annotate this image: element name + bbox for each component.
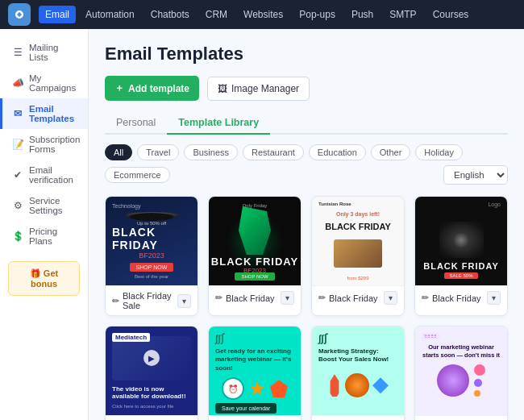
filter-other[interactable]: Other [371,144,411,160]
template-menu-button-1[interactable]: ▾ [177,294,191,308]
filter-ecommerce[interactable]: Ecommerce [105,167,170,183]
main-layout: ☰ Mailing Lists 📣 My Campaigns ✉ Email T… [0,29,524,420]
template-footer-8: ✏ Webinar start ▾ [415,415,507,420]
clock-icon: ⏰ [222,377,244,400]
template-thumb-5: Mediatech ▶ The video is now available f… [106,326,198,415]
template-menu-button-3[interactable]: ▾ [384,291,397,305]
camera-image [439,222,484,258]
template-grid-row1: Technology Up to 50% off BLACK FRIDAY BF… [105,196,508,316]
template-name-3: ✏ Black Friday [318,293,378,303]
sidebar-item-email-verification[interactable]: ✔ Email verification [0,160,88,190]
sidebar-item-my-campaigns[interactable]: 📣 My Campaigns [0,68,88,98]
template-footer-1: ✏ Black Friday Sale ▾ [106,285,198,315]
page-title: Email Templates [105,44,508,64]
template-footer-6: ✏ Webinar start 02 ▾ [209,415,301,420]
sidebar-item-email-templates[interactable]: ✉ Email Templates [0,98,88,129]
template-name-4: ✏ Black Friday [422,293,481,303]
template-footer-3: ✏ Black Friday ▾ [312,285,404,310]
headphones-image [126,212,178,218]
webinar-illustration: ⏰ [215,377,294,400]
filter-holiday[interactable]: Holiday [415,144,463,160]
tab-template-library[interactable]: Template Library [167,112,270,135]
template-card-6: ∫∫ʃ Get ready for an exciting marketing … [208,326,302,420]
filter-travel[interactable]: Travel [137,144,179,160]
play-icon: ▶ [143,350,160,366]
template-name-2: ✏ Black Friday [215,293,275,303]
template-thumb-3: Tunisian Rose Only 3 days left! BLACK FR… [312,197,404,285]
nav-email[interactable]: Email [39,6,76,23]
sidebar-item-service-settings[interactable]: ⚙ Service Settings [0,190,88,221]
nav-push[interactable]: Push [345,6,380,23]
template-thumb-8: ⠿⠿⠿⠿ Our marketing webinar starts soon —… [415,326,507,415]
filter-all[interactable]: All [105,144,132,160]
star-icon [249,380,265,397]
filter-education[interactable]: Education [309,144,366,160]
template-thumb-4: Logo BLACK FRIDAY SALE 50% [415,197,507,285]
sidebar-item-mailing-lists[interactable]: ☰ Mailing Lists [0,37,88,68]
nav-popups[interactable]: Pop-ups [293,6,342,23]
template-thumb-7: ∫∫ʃ Marketing Strategy: Boost Your Sales… [312,326,404,415]
main-content: Email Templates ＋ Add template 🖼 Image M… [89,29,524,420]
add-template-button[interactable]: ＋ Add template [105,76,199,101]
image-icon: 🖼 [218,83,227,94]
person-image [437,364,469,397]
nav-websites[interactable]: Websites [237,6,289,23]
template-thumb-2: Only Friday BLACK FRIDAY BF2023 SHOP NOW [209,197,301,285]
verification-icon: ✔ [12,169,23,181]
template-card-5: Mediatech ▶ The video is now available f… [105,326,198,420]
app-logo [8,3,31,26]
filter-row: All Travel Business Restaurant Education… [105,144,508,185]
get-bonus-button[interactable]: 🎁 Get bonus [8,261,80,296]
template-card-8: ⠿⠿⠿⠿ Our marketing webinar starts soon —… [414,326,508,420]
template-grid-row2: Mediatech ▶ The video is now available f… [105,326,508,420]
plus-icon: ＋ [114,81,124,95]
tab-personal[interactable]: Personal [105,112,167,135]
toolbar: ＋ Add template 🖼 Image Manager [105,76,508,101]
sidebar-item-pricing-plans[interactable]: 💲 Pricing Plans [0,221,88,252]
nav-crm[interactable]: CRM [199,6,234,23]
rocket-icon [327,374,342,397]
nav-smtp[interactable]: SMTP [383,6,422,23]
template-card-2: Only Friday BLACK FRIDAY BF2023 SHOP NOW… [208,196,302,316]
top-navigation: Email Automation Chatbots CRM Websites P… [0,0,524,29]
marketing-illustration [318,368,397,404]
tabs: Personal Template Library [105,112,508,135]
template-card-7: ∫∫ʃ Marketing Strategy: Boost Your Sales… [311,326,405,420]
template-footer-7: ✏ Webinar regist... ▾ [312,415,404,420]
nav-courses[interactable]: Courses [426,6,476,23]
settings-icon: ⚙ [12,200,23,211]
template-footer-2: ✏ Black Friday ▾ [209,285,301,310]
template-name-1: ✏ Black Friday Sale [112,291,177,310]
nav-automation[interactable]: Automation [79,6,141,23]
filter-business[interactable]: Business [184,144,238,160]
template-thumb-6: ∫∫ʃ Get ready for an exciting marketing … [209,326,301,415]
template-menu-button-2[interactable]: ▾ [281,291,294,305]
template-footer-5: ✏ Download video ▾ [106,415,198,420]
furniture-image [334,239,382,268]
template-card-3: Tunisian Rose Only 3 days left! BLACK FR… [311,196,405,316]
template-card-4: Logo BLACK FRIDAY SALE 50% ✏ Black Frida… [414,196,508,316]
template-footer-4: ✏ Black Friday ▾ [415,285,507,310]
pricing-icon: 💲 [12,231,23,242]
image-manager-button[interactable]: 🖼 Image Manager [207,77,310,101]
sidebar-item-subscription-forms[interactable]: 📝 Subscription Forms [0,129,88,160]
sidebar: ☰ Mailing Lists 📣 My Campaigns ✉ Email T… [0,29,89,420]
language-select[interactable]: English Spanish French German [443,165,508,185]
subscription-icon: 📝 [12,139,23,150]
email-templates-icon: ✉ [12,108,23,119]
mailing-lists-icon: ☰ [12,47,23,58]
nav-chatbots[interactable]: Chatbots [144,6,196,23]
template-thumb-1: Technology Up to 50% off BLACK FRIDAY BF… [106,197,198,285]
filter-restaurant[interactable]: Restaurant [243,144,304,160]
campaigns-icon: 📣 [12,77,23,89]
template-menu-button-4[interactable]: ▾ [487,291,501,305]
video-thumbnail: ▶ [112,336,191,380]
template-card-1: Technology Up to 50% off BLACK FRIDAY BF… [105,196,198,316]
